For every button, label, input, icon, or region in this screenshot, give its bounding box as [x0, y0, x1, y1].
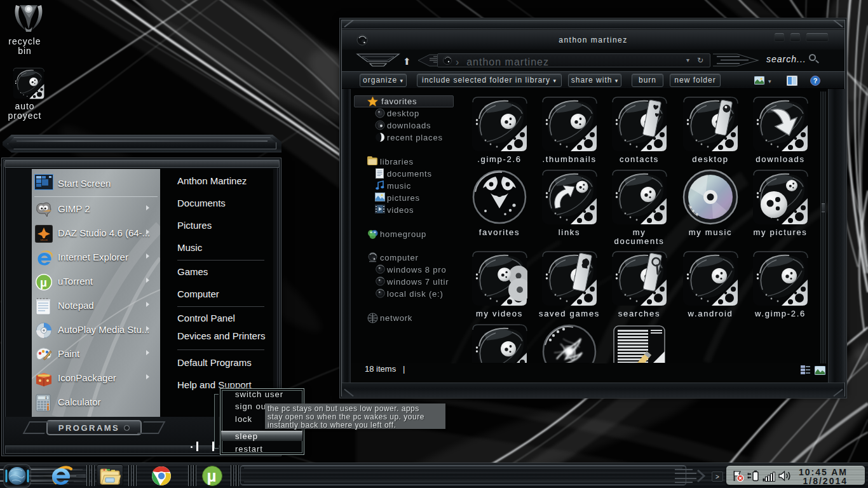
svg-text:µ: µ: [40, 276, 47, 289]
svg-text:DS 4.6: DS 4.6: [41, 239, 48, 241]
svg-text:µ: µ: [207, 466, 217, 485]
svg-text:0: 0: [45, 396, 47, 400]
svg-text:?: ?: [813, 77, 818, 85]
